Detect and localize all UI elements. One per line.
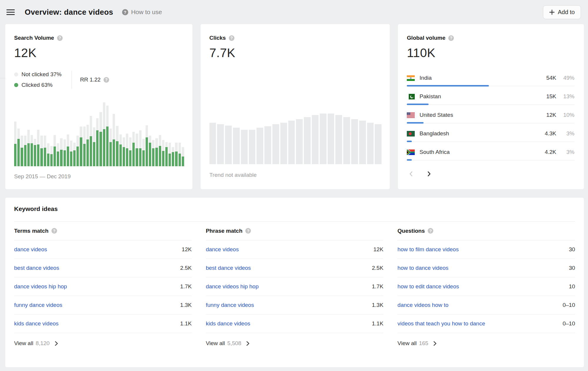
return-rate-help-icon[interactable] — [104, 77, 109, 83]
terms-match-help-icon[interactable] — [51, 228, 57, 234]
clicks-bar — [367, 123, 374, 164]
clicked-volume-segment — [165, 147, 168, 166]
search-volume-bar — [27, 102, 30, 166]
keyword-link[interactable]: dance videos how to — [397, 302, 562, 308]
keyword-row: videos that teach you how to dance0–10 — [397, 315, 575, 333]
how-to-use-label: How to use — [131, 9, 162, 16]
country-share-baseline — [407, 123, 574, 123]
help-icon[interactable] — [122, 9, 128, 15]
clicked-volume-segment — [162, 151, 164, 166]
keyword-link[interactable]: how to film dance videos — [397, 246, 569, 253]
country-percent: 49% — [562, 75, 574, 81]
clicks-title: Clicks — [209, 35, 226, 41]
clicks-bar — [272, 124, 279, 164]
keyword-link[interactable]: videos that teach you how to dance — [397, 320, 562, 327]
keyword-volume: 1.1K — [180, 320, 192, 327]
country-share-bar — [407, 104, 574, 105]
clicked-volume-segment — [103, 129, 105, 166]
prev-page-icon[interactable] — [408, 171, 414, 177]
search-volume-bar — [136, 102, 138, 166]
next-page-icon[interactable] — [426, 171, 432, 177]
country-percent: 3% — [562, 149, 574, 155]
search-volume-bar — [179, 102, 181, 166]
search-volume-bar — [132, 102, 135, 166]
clicked-volume-segment — [139, 148, 141, 166]
clicked-volume-segment — [116, 141, 118, 166]
clicks-bar — [241, 130, 248, 164]
how-to-use-link[interactable]: How to use — [122, 9, 162, 16]
hamburger-menu-icon[interactable] — [6, 8, 15, 16]
questions-help-icon[interactable] — [428, 228, 433, 234]
country-volume: 4.2K — [545, 149, 556, 155]
keyword-link[interactable]: dance videos hip hop — [206, 283, 372, 290]
keyword-link[interactable]: kids dance videos — [206, 320, 372, 327]
keyword-row: funny dance videos1.3K — [206, 296, 384, 315]
phrase-match-label: Phrase match — [206, 228, 243, 234]
view-all-label: View all — [206, 340, 225, 347]
keyword-link[interactable]: dance videos hip hop — [14, 283, 180, 290]
clicks-bar — [288, 121, 295, 164]
view-all-chevron-icon — [54, 341, 59, 346]
global-volume-help-icon[interactable] — [448, 35, 454, 41]
keyword-volume: 1.7K — [180, 283, 192, 290]
country-share-fill — [407, 141, 412, 142]
search-volume-bar — [47, 102, 49, 166]
search-volume-bar — [96, 102, 99, 166]
clicks-help-icon[interactable] — [229, 35, 234, 41]
keyword-link[interactable]: how to dance videos — [397, 265, 569, 271]
clicked-volume-segment — [132, 143, 135, 166]
country-share-bar — [407, 122, 574, 124]
clicks-value: 7.7K — [209, 46, 382, 60]
add-to-button[interactable]: Add to — [543, 5, 581, 19]
clicks-bar — [280, 123, 287, 164]
keyword-link[interactable]: best dance videos — [206, 265, 372, 271]
keyword-link[interactable]: how to edit dance videos — [397, 283, 569, 290]
keyword-row: dance videos hip hop1.7K — [14, 277, 192, 296]
legend-divider — [71, 71, 72, 89]
country-share-baseline — [407, 104, 574, 105]
view-all-terms-match[interactable]: View all8,120 — [14, 340, 59, 347]
keyword-link[interactable]: funny dance videos — [14, 302, 180, 308]
country-share-fill — [407, 104, 429, 105]
search-volume-bar — [37, 102, 39, 166]
search-volume-help-icon[interactable] — [57, 35, 63, 41]
country-row: India54K49% — [407, 71, 574, 90]
country-volume: 12K — [546, 112, 556, 118]
clicked-volume-segment — [90, 136, 92, 166]
keyword-row: dance videos hip hop1.7K — [206, 277, 384, 296]
clicks-bar — [209, 123, 216, 164]
search-volume-bar — [86, 102, 89, 166]
search-volume-bar — [70, 102, 72, 166]
country-share-fill — [407, 122, 424, 124]
bd-flag-icon — [407, 131, 415, 137]
search-volume-bar — [17, 102, 20, 166]
questions-header: Questions — [397, 222, 575, 240]
clicked-volume-segment — [34, 145, 36, 166]
keyword-link[interactable]: best dance videos — [14, 265, 180, 271]
keyword-link[interactable]: funny dance videos — [206, 302, 372, 308]
clicked-volume-segment — [50, 154, 53, 166]
keyword-columns: Terms matchdance videos12Kbest dance vid… — [14, 222, 575, 347]
keyword-link[interactable]: dance videos — [206, 246, 374, 253]
clicks-chart — [209, 114, 382, 164]
search-volume-bar — [126, 102, 128, 166]
view-all-questions[interactable]: View all165 — [397, 340, 437, 347]
clicked-volume-segment — [86, 139, 89, 166]
country-volume: 4.3K — [545, 130, 556, 137]
clicked-volume-segment — [60, 150, 62, 166]
clicked-volume-segment — [27, 143, 30, 166]
keyword-ideas-title: Keyword ideas — [14, 205, 575, 212]
keyword-volume: 1.3K — [180, 302, 192, 308]
keyword-row: how to dance videos30 — [397, 259, 575, 277]
top-bar: Overview: dance videos How to use Add to — [0, 0, 588, 24]
view-all-phrase-match[interactable]: View all5,508 — [206, 340, 251, 347]
clicked-volume-segment — [99, 132, 102, 166]
keyword-link[interactable]: kids dance videos — [14, 320, 180, 327]
clicked-volume-segment — [40, 148, 43, 166]
phrase-match-help-icon[interactable] — [245, 228, 251, 234]
search-volume-bar — [60, 102, 62, 166]
clicks-bar — [375, 124, 382, 164]
clicks-bar — [217, 124, 224, 164]
clicks-bar — [249, 130, 256, 164]
keyword-link[interactable]: dance videos — [14, 246, 182, 253]
